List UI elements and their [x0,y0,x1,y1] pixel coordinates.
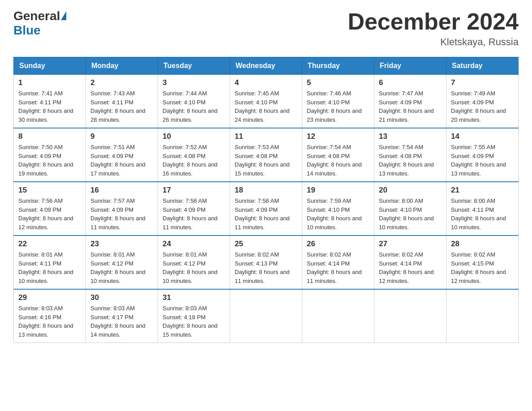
day-info: Sunrise: 7:51 AM Sunset: 4:09 PM Dayligh… [90,143,153,178]
table-row: 27 Sunrise: 8:02 AM Sunset: 4:14 PM Dayl… [374,235,446,289]
day-info: Sunrise: 7:59 AM Sunset: 4:10 PM Dayligh… [307,197,369,231]
day-info: Sunrise: 7:41 AM Sunset: 4:11 PM Dayligh… [18,89,81,124]
table-row: 1 Sunrise: 7:41 AM Sunset: 4:11 PM Dayli… [14,75,86,128]
day-info: Sunrise: 7:47 AM Sunset: 4:09 PM Dayligh… [379,89,442,124]
day-number: 8 [18,132,81,141]
day-number: 28 [451,240,514,248]
table-row: 10 Sunrise: 7:52 AM Sunset: 4:08 PM Dayl… [158,128,230,182]
table-row: 23 Sunrise: 8:01 AM Sunset: 4:12 PM Dayl… [86,235,158,289]
table-row: 9 Sunrise: 7:51 AM Sunset: 4:09 PM Dayli… [86,128,158,182]
day-number: 26 [307,240,369,248]
day-info: Sunrise: 7:43 AM Sunset: 4:11 PM Dayligh… [90,89,153,124]
table-row: 8 Sunrise: 7:50 AM Sunset: 4:09 PM Dayli… [14,128,86,182]
month-title: December 2024 [348,9,519,34]
calendar-week-row: 8 Sunrise: 7:50 AM Sunset: 4:09 PM Dayli… [14,128,519,182]
page-header: General Blue December 2024 Kletskaya, Ru… [13,9,519,48]
day-info: Sunrise: 8:01 AM Sunset: 4:11 PM Dayligh… [18,250,81,285]
day-number: 10 [163,132,225,141]
day-number: 5 [307,78,369,87]
table-row: 14 Sunrise: 7:55 AM Sunset: 4:09 PM Dayl… [446,128,519,182]
table-row: 2 Sunrise: 7:43 AM Sunset: 4:11 PM Dayli… [86,75,158,128]
table-row [302,289,374,343]
day-number: 2 [90,78,153,87]
table-row: 31 Sunrise: 8:03 AM Sunset: 4:18 PM Dayl… [158,289,230,343]
table-row [230,289,302,343]
day-info: Sunrise: 8:02 AM Sunset: 4:13 PM Dayligh… [235,250,297,285]
day-info: Sunrise: 8:00 AM Sunset: 4:10 PM Dayligh… [379,197,442,231]
col-header-friday: Friday [374,57,446,75]
table-row: 28 Sunrise: 8:02 AM Sunset: 4:15 PM Dayl… [446,235,519,289]
day-number: 21 [451,186,514,195]
day-info: Sunrise: 7:52 AM Sunset: 4:08 PM Dayligh… [163,143,225,178]
table-row: 11 Sunrise: 7:53 AM Sunset: 4:08 PM Dayl… [230,128,302,182]
day-number: 27 [379,240,442,248]
day-info: Sunrise: 8:01 AM Sunset: 4:12 PM Dayligh… [163,250,225,285]
location-title: Kletskaya, Russia [348,36,519,48]
day-info: Sunrise: 8:00 AM Sunset: 4:11 PM Dayligh… [451,197,514,231]
table-row: 3 Sunrise: 7:44 AM Sunset: 4:10 PM Dayli… [158,75,230,128]
table-row: 16 Sunrise: 7:57 AM Sunset: 4:09 PM Dayl… [86,182,158,235]
day-number: 30 [90,293,153,302]
day-info: Sunrise: 8:03 AM Sunset: 4:17 PM Dayligh… [90,304,153,339]
day-number: 18 [235,186,297,195]
day-number: 29 [18,293,81,302]
table-row: 30 Sunrise: 8:03 AM Sunset: 4:17 PM Dayl… [86,289,158,343]
day-info: Sunrise: 8:02 AM Sunset: 4:14 PM Dayligh… [379,250,442,285]
day-info: Sunrise: 7:49 AM Sunset: 4:09 PM Dayligh… [451,89,514,124]
day-info: Sunrise: 7:45 AM Sunset: 4:10 PM Dayligh… [235,89,297,124]
calendar-week-row: 22 Sunrise: 8:01 AM Sunset: 4:11 PM Dayl… [14,235,519,289]
day-info: Sunrise: 7:57 AM Sunset: 4:09 PM Dayligh… [90,197,153,231]
day-number: 7 [451,78,514,87]
day-info: Sunrise: 7:58 AM Sunset: 4:09 PM Dayligh… [235,197,297,231]
table-row: 5 Sunrise: 7:46 AM Sunset: 4:10 PM Dayli… [302,75,374,128]
calendar-week-row: 29 Sunrise: 8:03 AM Sunset: 4:16 PM Dayl… [14,289,519,343]
table-row: 19 Sunrise: 7:59 AM Sunset: 4:10 PM Dayl… [302,182,374,235]
table-row: 29 Sunrise: 8:03 AM Sunset: 4:16 PM Dayl… [14,289,86,343]
day-number: 12 [307,132,369,141]
day-info: Sunrise: 7:54 AM Sunset: 4:08 PM Dayligh… [379,143,442,178]
day-info: Sunrise: 7:44 AM Sunset: 4:10 PM Dayligh… [163,89,225,124]
col-header-wednesday: Wednesday [230,57,302,75]
col-header-thursday: Thursday [302,57,374,75]
day-number: 22 [18,240,81,248]
table-row: 12 Sunrise: 7:54 AM Sunset: 4:08 PM Dayl… [302,128,374,182]
day-number: 9 [90,132,153,141]
table-row: 15 Sunrise: 7:56 AM Sunset: 4:09 PM Dayl… [14,182,86,235]
logo-triangle-icon [61,11,66,20]
calendar-week-row: 1 Sunrise: 7:41 AM Sunset: 4:11 PM Dayli… [14,75,519,128]
table-row: 24 Sunrise: 8:01 AM Sunset: 4:12 PM Dayl… [158,235,230,289]
table-row: 21 Sunrise: 8:00 AM Sunset: 4:11 PM Dayl… [446,182,519,235]
day-number: 3 [163,78,225,87]
table-row: 25 Sunrise: 8:02 AM Sunset: 4:13 PM Dayl… [230,235,302,289]
day-info: Sunrise: 7:46 AM Sunset: 4:10 PM Dayligh… [307,89,369,124]
day-info: Sunrise: 7:55 AM Sunset: 4:09 PM Dayligh… [451,143,514,178]
col-header-tuesday: Tuesday [158,57,230,75]
title-section: December 2024 Kletskaya, Russia [348,9,519,48]
col-header-monday: Monday [86,57,158,75]
logo-general-text: General [13,9,60,23]
table-row: 18 Sunrise: 7:58 AM Sunset: 4:09 PM Dayl… [230,182,302,235]
day-number: 13 [379,132,442,141]
day-info: Sunrise: 8:02 AM Sunset: 4:15 PM Dayligh… [451,250,514,285]
calendar-week-row: 15 Sunrise: 7:56 AM Sunset: 4:09 PM Dayl… [14,182,519,235]
table-row: 13 Sunrise: 7:54 AM Sunset: 4:08 PM Dayl… [374,128,446,182]
day-info: Sunrise: 8:03 AM Sunset: 4:18 PM Dayligh… [163,304,225,339]
day-info: Sunrise: 7:56 AM Sunset: 4:09 PM Dayligh… [18,197,81,231]
day-number: 25 [235,240,297,248]
table-row: 17 Sunrise: 7:58 AM Sunset: 4:09 PM Dayl… [158,182,230,235]
table-row: 26 Sunrise: 8:02 AM Sunset: 4:14 PM Dayl… [302,235,374,289]
col-header-saturday: Saturday [446,57,519,75]
calendar-header: SundayMondayTuesdayWednesdayThursdayFrid… [14,57,519,75]
day-info: Sunrise: 8:01 AM Sunset: 4:12 PM Dayligh… [90,250,153,285]
col-header-sunday: Sunday [14,57,86,75]
day-number: 11 [235,132,297,141]
day-number: 14 [451,132,514,141]
day-number: 24 [163,240,225,248]
day-number: 16 [90,186,153,195]
day-info: Sunrise: 8:03 AM Sunset: 4:16 PM Dayligh… [18,304,81,339]
table-row: 4 Sunrise: 7:45 AM Sunset: 4:10 PM Dayli… [230,75,302,128]
day-number: 1 [18,78,81,87]
day-number: 6 [379,78,442,87]
table-row: 7 Sunrise: 7:49 AM Sunset: 4:09 PM Dayli… [446,75,519,128]
day-number: 17 [163,186,225,195]
